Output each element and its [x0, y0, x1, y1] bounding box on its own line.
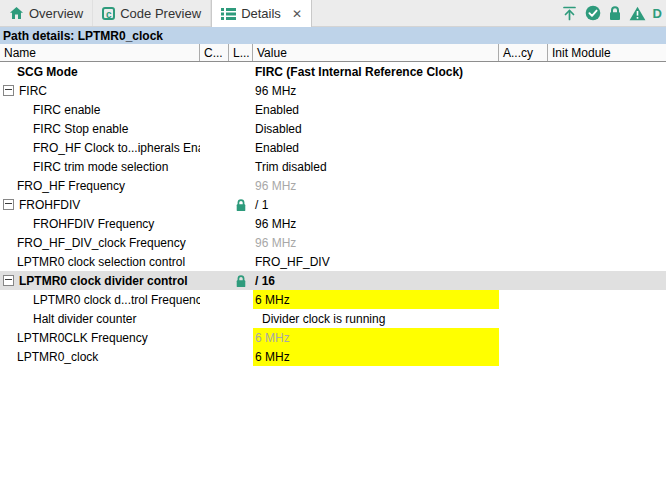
table-row[interactable]: FIRC trim mode selectionTrim disabled: [0, 157, 666, 176]
row-name-cell: FIRC Stop enable: [0, 119, 200, 138]
row-name-label: FIRC enable: [33, 103, 100, 117]
lock-status-icon-button[interactable]: [608, 5, 622, 21]
row-value-cell: / 16: [253, 271, 499, 290]
row-name-cell: FRO_HF Clock to...ipherals Enab: [0, 138, 200, 157]
column-header-label: Value: [257, 46, 287, 60]
row-accuracy-cell: [499, 138, 548, 157]
row-name-label: SCG Mode: [17, 65, 78, 79]
row-accuracy-cell: [499, 176, 548, 195]
column-header-l[interactable]: L...: [229, 44, 253, 61]
collapse-expander-icon[interactable]: [3, 199, 14, 210]
row-lock-cell: [229, 252, 253, 271]
row-name-cell: FIRC: [0, 81, 200, 100]
row-value-cell: 96 MHz: [253, 176, 499, 195]
row-name-label: FROHFDIV Frequency: [33, 217, 154, 231]
column-header-c[interactable]: C...: [200, 44, 229, 61]
row-name-cell: FIRC enable: [0, 100, 200, 119]
row-value-label: / 1: [253, 198, 268, 212]
row-name-cell: LPTMR0 clock d...trol Frequenc: [0, 290, 200, 309]
row-accuracy-cell: [499, 214, 548, 233]
row-name-cell: LPTMR0_clock: [0, 347, 200, 366]
table-row[interactable]: FIRC96 MHz: [0, 81, 666, 100]
row-value-cell: Trim disabled: [253, 157, 499, 176]
row-value-cell: 6 MHz: [253, 347, 499, 366]
table-row[interactable]: FRO_HF Frequency96 MHz: [0, 176, 666, 195]
warning-status-icon-button[interactable]: [629, 6, 646, 21]
row-config-cell: [200, 62, 229, 81]
table-body: SCG ModeFIRC (Fast Internal Reference Cl…: [0, 62, 666, 366]
table-row[interactable]: FRO_HF Clock to...ipherals EnabEnabled: [0, 138, 666, 157]
row-config-cell: [200, 214, 229, 233]
row-init-module-cell: [548, 62, 666, 81]
row-init-module-cell: [548, 347, 666, 366]
row-accuracy-cell: [499, 252, 548, 271]
row-name-label: FIRC: [19, 84, 47, 98]
row-value-label: 96 MHz: [253, 179, 296, 193]
letter-d-icon-button[interactable]: D: [653, 6, 662, 21]
row-lock-cell: [229, 195, 253, 214]
row-value-cell: 6 MHz: [253, 290, 499, 309]
row-name-label: LPTMR0 clock d...trol Frequenc: [33, 293, 200, 307]
ok-status-icon-button[interactable]: [585, 5, 601, 21]
table-header: NameC...L...ValueA...cyInit Module: [0, 44, 666, 62]
column-header-value[interactable]: Value: [253, 44, 499, 61]
table-row[interactable]: SCG ModeFIRC (Fast Internal Reference Cl…: [0, 62, 666, 81]
table-row[interactable]: LPTMR0 clock divider control/ 16: [0, 271, 666, 290]
row-init-module-cell: [548, 81, 666, 100]
row-value-cell: Enabled: [253, 138, 499, 157]
table-row[interactable]: FIRC enableEnabled: [0, 100, 666, 119]
row-name-label: FROHFDIV: [19, 198, 80, 212]
row-value-label: / 16: [253, 274, 275, 288]
row-value-cell: 96 MHz: [253, 214, 499, 233]
tab-overview[interactable]: Overview: [0, 0, 93, 26]
row-accuracy-cell: [499, 309, 548, 328]
lock-icon: [235, 274, 247, 288]
row-lock-cell: [229, 309, 253, 328]
table-row[interactable]: LPTMR0 clock selection controlFRO_HF_DIV: [0, 252, 666, 271]
row-init-module-cell: [548, 214, 666, 233]
tabs: OverviewcCode PreviewDetails✕: [0, 0, 312, 26]
row-init-module-cell: [548, 157, 666, 176]
row-value-label: Divider clock is running: [253, 312, 385, 326]
row-lock-cell: [229, 81, 253, 100]
collapse-all-icon-button[interactable]: [561, 5, 578, 22]
tab-code-preview[interactable]: cCode Preview: [93, 0, 211, 26]
row-lock-cell: [229, 176, 253, 195]
row-lock-cell: [229, 138, 253, 157]
column-header-acy[interactable]: A...cy: [499, 44, 548, 61]
table-row[interactable]: LPTMR0 clock d...trol Frequenc6 MHz: [0, 290, 666, 309]
table-row[interactable]: FRO_HF_DIV_clock Frequency96 MHz: [0, 233, 666, 252]
row-name-label: FIRC Stop enable: [33, 122, 128, 136]
row-lock-cell: [229, 157, 253, 176]
table-row[interactable]: LPTMR0CLK Frequency6 MHz: [0, 328, 666, 347]
table-row[interactable]: LPTMR0_clock6 MHz: [0, 347, 666, 366]
status-toolbar: D: [561, 0, 662, 26]
path-details-header: Path details: LPTMR0_clock: [0, 27, 666, 44]
row-lock-cell: [229, 119, 253, 138]
column-header-name[interactable]: Name: [0, 44, 200, 61]
row-value-label: Trim disabled: [253, 160, 327, 174]
column-header-initmodule[interactable]: Init Module: [548, 44, 666, 61]
details-list-icon: [221, 7, 236, 20]
row-config-cell: [200, 347, 229, 366]
row-lock-cell: [229, 233, 253, 252]
row-lock-cell: [229, 271, 253, 290]
tab-details[interactable]: Details✕: [211, 0, 312, 27]
close-icon[interactable]: ✕: [292, 8, 302, 20]
row-lock-cell: [229, 214, 253, 233]
row-name-label: LPTMR0 clock selection control: [17, 255, 185, 269]
table-row[interactable]: FROHFDIV/ 1: [0, 195, 666, 214]
table-row[interactable]: Halt divider counterDivider clock is run…: [0, 309, 666, 328]
row-value-label: 6 MHz: [253, 350, 290, 364]
row-config-cell: [200, 157, 229, 176]
table-row[interactable]: FIRC Stop enableDisabled: [0, 119, 666, 138]
table-row[interactable]: FROHFDIV Frequency96 MHz: [0, 214, 666, 233]
collapse-expander-icon[interactable]: [3, 85, 14, 96]
collapse-expander-icon[interactable]: [3, 275, 14, 286]
row-config-cell: [200, 233, 229, 252]
row-accuracy-cell: [499, 119, 548, 138]
row-name-cell: LPTMR0 clock divider control: [0, 271, 200, 290]
row-name-label: LPTMR0 clock divider control: [19, 274, 188, 288]
row-name-label: Halt divider counter: [33, 312, 136, 326]
row-value-label: 6 MHz: [253, 293, 290, 307]
